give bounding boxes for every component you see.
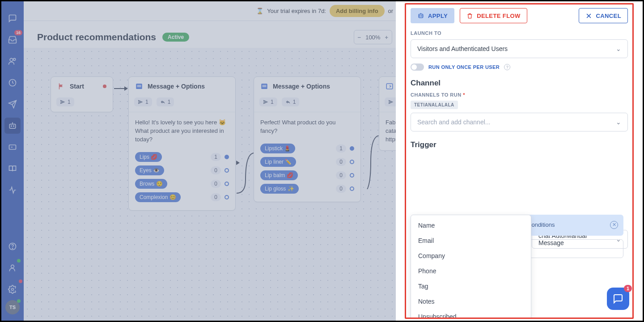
sidebar-bot-icon[interactable] bbox=[4, 118, 21, 134]
option-chip: Lip gloss ✨ bbox=[260, 184, 299, 194]
dropdown-item[interactable]: Phone bbox=[411, 263, 531, 279]
chevron-down-icon: ⌄ bbox=[616, 236, 621, 243]
option-count: 0 bbox=[336, 185, 346, 193]
node-message-1[interactable]: Message + Options 1 1 Hello! It's lovely… bbox=[128, 76, 236, 211]
option-port[interactable] bbox=[225, 168, 229, 173]
sidebar-gear-icon[interactable] bbox=[4, 281, 21, 297]
option-row[interactable]: Lips 💋1 bbox=[129, 150, 235, 164]
svg-rect-16 bbox=[263, 86, 267, 87]
dropdown-item[interactable]: Company bbox=[411, 248, 531, 263]
launch-value: Visitors and Authenticated Users bbox=[417, 45, 508, 52]
dropdown-item[interactable]: Unsubscribed bbox=[411, 309, 531, 319]
add-billing-button[interactable]: Add billing info bbox=[330, 5, 385, 17]
apply-label: APPLY bbox=[428, 13, 448, 19]
help-icon[interactable]: ? bbox=[504, 64, 510, 70]
list-icon bbox=[386, 82, 394, 90]
sidebar-clock-icon[interactable] bbox=[4, 75, 21, 91]
list-icon bbox=[135, 82, 143, 90]
node-1-body: Hello! It's lovely to see you here 🐱 Wha… bbox=[129, 112, 235, 150]
svg-rect-12 bbox=[137, 85, 141, 86]
option-count: 0 bbox=[211, 193, 221, 201]
connector bbox=[237, 151, 254, 195]
run-once-label: RUN ONLY ONCE PER USER bbox=[428, 64, 500, 70]
zoom-out-button[interactable]: − bbox=[358, 34, 361, 41]
channel-tag[interactable]: TETIANALALALA bbox=[411, 101, 458, 109]
option-row[interactable]: Eyes 👁️0 bbox=[129, 164, 235, 177]
svg-point-1 bbox=[13, 58, 16, 60]
node-start[interactable]: Start 1 bbox=[51, 76, 113, 112]
node-1-title: Message + Options bbox=[148, 83, 205, 90]
flow-canvas[interactable]: Start 1 Message + Options 1 1 Hello! It'… bbox=[24, 48, 398, 321]
svg-point-4 bbox=[11, 126, 12, 127]
sidebar-people-icon[interactable] bbox=[4, 53, 21, 69]
option-chip: Lipstick 💄 bbox=[260, 144, 295, 153]
node-start-title: Start bbox=[70, 83, 84, 90]
node-message-2[interactable]: Message + Options 1 1 Perfect! What prod… bbox=[254, 76, 361, 202]
page-title: Product recommendations bbox=[37, 32, 156, 42]
option-port[interactable] bbox=[225, 155, 229, 159]
stat-sent: 1 bbox=[259, 97, 277, 106]
stat-reply: 1 bbox=[282, 97, 300, 106]
sidebar-book-icon[interactable] bbox=[4, 161, 21, 177]
dropdown-item[interactable]: Notes bbox=[411, 294, 531, 309]
cancel-button[interactable]: CANCEL bbox=[579, 8, 628, 23]
floating-chat-button[interactable]: 1 bbox=[607, 288, 629, 310]
sidebar-chat-icon[interactable] bbox=[4, 10, 21, 26]
sidebar-card-icon[interactable] bbox=[4, 139, 21, 155]
run-once-toggle[interactable] bbox=[411, 64, 424, 71]
option-port[interactable] bbox=[350, 146, 354, 151]
trial-text: Your trial expires in 7d: bbox=[267, 8, 326, 14]
dropdown-item[interactable]: Name bbox=[411, 218, 531, 233]
option-row[interactable]: Complexion 😊0 bbox=[129, 191, 235, 204]
svg-point-5 bbox=[13, 126, 14, 127]
option-row[interactable]: Lipstick 💄1 bbox=[254, 142, 360, 155]
sidebar-inbox-icon[interactable]: 16 bbox=[4, 32, 21, 48]
zoom-value: 100% bbox=[365, 34, 380, 41]
page-header: Product recommendations Active − 100% + bbox=[37, 27, 392, 47]
option-port[interactable] bbox=[350, 173, 354, 178]
option-port[interactable] bbox=[350, 186, 354, 191]
option-count: 1 bbox=[336, 144, 346, 153]
zoom-in-button[interactable]: + bbox=[385, 34, 388, 41]
option-row[interactable]: Lip balm 💋0 bbox=[254, 169, 360, 182]
option-row[interactable]: Lip liner ✏️0 bbox=[254, 155, 360, 169]
avatar-status bbox=[17, 299, 21, 303]
option-row[interactable]: Lip gloss ✨0 bbox=[254, 182, 360, 195]
option-port[interactable] bbox=[350, 160, 354, 164]
node-2-title: Message + Options bbox=[273, 83, 330, 90]
option-chip: Lip balm 💋 bbox=[260, 170, 298, 180]
dropdown-item[interactable]: Email bbox=[411, 233, 531, 248]
sidebar-send-icon[interactable] bbox=[4, 96, 21, 112]
channel-search-select[interactable]: Search and add channel... ⌄ bbox=[411, 113, 628, 131]
avatar[interactable]: TS bbox=[5, 300, 20, 314]
node-2-body: Perfect! What product do you fancy? bbox=[254, 112, 360, 142]
sidebar-help-icon[interactable] bbox=[4, 238, 21, 254]
delete-label: DELETE FLOW bbox=[477, 13, 521, 19]
connector bbox=[362, 136, 380, 189]
dropdown-item[interactable]: Tag bbox=[411, 279, 531, 294]
arrow bbox=[114, 88, 127, 89]
panel-actions: APPLY DELETE FLOW CANCEL bbox=[406, 4, 632, 28]
cancel-label: CANCEL bbox=[596, 13, 621, 19]
stat-sent: 1 bbox=[134, 97, 152, 106]
svg-point-9 bbox=[11, 265, 14, 268]
option-chip: Complexion 😊 bbox=[135, 192, 181, 202]
sidebar-activity-icon[interactable] bbox=[4, 182, 21, 198]
chevron-down-icon: ⌄ bbox=[616, 45, 621, 52]
option-port[interactable] bbox=[225, 182, 229, 186]
avatar-label: TS bbox=[9, 305, 16, 310]
apply-button[interactable]: APPLY bbox=[411, 8, 454, 23]
launch-to-select[interactable]: Visitors and Authenticated Users ⌄ bbox=[411, 39, 628, 58]
sidebar: 16 bbox=[1, 1, 24, 321]
option-chip: Brows 😌 bbox=[135, 179, 167, 189]
option-port[interactable] bbox=[225, 195, 229, 199]
note-close-button[interactable]: ✕ bbox=[610, 221, 618, 229]
sidebar-user-icon[interactable] bbox=[4, 260, 21, 276]
arrow-dot bbox=[237, 162, 239, 163]
status-dot bbox=[17, 259, 21, 263]
option-count: 0 bbox=[211, 180, 221, 188]
option-chip: Lips 💋 bbox=[135, 152, 162, 162]
option-row[interactable]: Brows 😌0 bbox=[129, 177, 235, 191]
delete-flow-button[interactable]: DELETE FLOW bbox=[460, 8, 527, 23]
option-count: 0 bbox=[336, 171, 346, 179]
